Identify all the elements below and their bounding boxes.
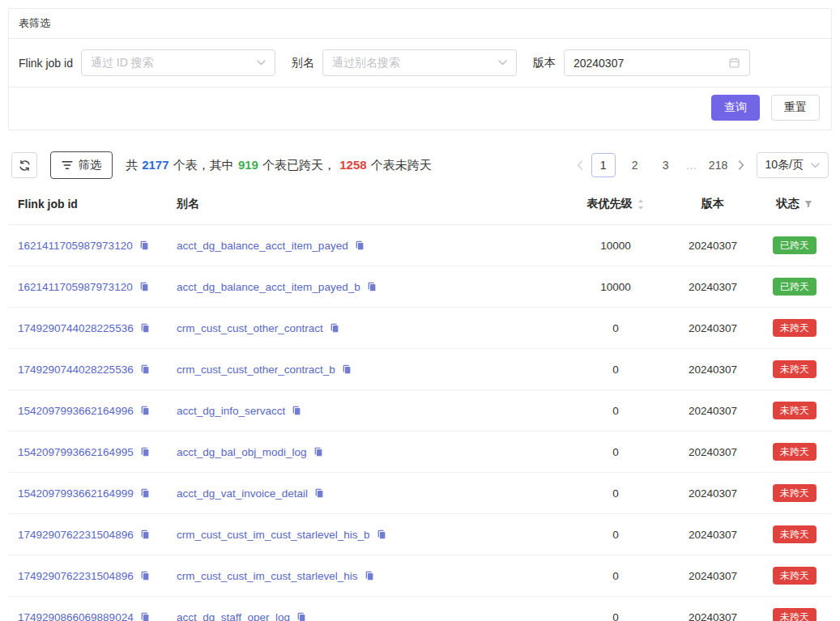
copy-icon[interactable] <box>139 405 151 416</box>
alias-link[interactable]: acct_dg_vat_invoice_detail <box>177 487 308 500</box>
pagination-page-2[interactable]: 2 <box>624 154 646 177</box>
copy-icon[interactable] <box>139 322 151 334</box>
refresh-button[interactable] <box>11 152 37 178</box>
summary-count-green: 919 <box>238 158 258 172</box>
alias-cell: crm_cust_cust_im_cust_starlevel_his_b <box>167 514 563 555</box>
alias-link[interactable]: crm_cust_cust_other_contract_b <box>177 364 335 376</box>
priority-cell: 0 <box>563 390 668 432</box>
alias-link[interactable]: crm_cust_cust_im_cust_starlevel_his <box>177 570 358 582</box>
status-badge: 未跨天 <box>773 525 817 543</box>
table-row: 1542097993662164996 acct_dg_info_servacc… <box>8 390 832 432</box>
filter-icon[interactable] <box>804 199 813 209</box>
copy-icon[interactable] <box>291 405 302 416</box>
version-cell: 20240307 <box>668 308 757 349</box>
page-size-select[interactable]: 10条/页 <box>757 152 829 178</box>
pagination-page-1[interactable]: 1 <box>591 153 616 177</box>
job-id-link[interactable]: 1542097993662164995 <box>18 446 134 458</box>
copy-icon[interactable] <box>139 487 151 499</box>
copy-icon[interactable] <box>364 570 375 581</box>
priority-cell: 0 <box>563 514 668 555</box>
status-cell: 已跨天 <box>757 225 832 266</box>
pagination-top: 123…21810条/页 <box>573 152 829 178</box>
copy-icon[interactable] <box>296 611 307 621</box>
alias-link[interactable]: acct_dg_staff_oper_log <box>177 611 290 621</box>
job-id-link[interactable]: 1542097993662164999 <box>18 487 134 500</box>
copy-icon[interactable] <box>139 364 151 375</box>
copy-icon[interactable] <box>139 611 151 621</box>
job-id-link[interactable]: 1749290762231504896 <box>18 529 134 541</box>
alias-link[interactable]: crm_cust_cust_other_contract <box>177 322 323 334</box>
job-id-link[interactable]: 1749290866069889024 <box>18 611 134 621</box>
alias-link[interactable]: acct_dg_balance_acct_item_payed <box>177 240 348 252</box>
copy-icon[interactable] <box>313 487 325 499</box>
job-id-link[interactable]: 1542097993662164996 <box>18 405 134 417</box>
alias-cell: acct_dg_staff_oper_log <box>167 597 563 621</box>
copy-icon[interactable] <box>139 240 150 251</box>
summary-count-blue: 2177 <box>142 158 168 172</box>
copy-icon[interactable] <box>354 240 365 251</box>
pagination-ellipsis: … <box>686 159 698 172</box>
alias-link[interactable]: acct_dg_info_servacct <box>177 405 285 417</box>
copy-icon[interactable] <box>139 281 150 292</box>
status-badge: 未跨天 <box>773 443 817 461</box>
copy-icon[interactable] <box>366 281 377 292</box>
copy-icon[interactable] <box>341 364 352 375</box>
alias-link[interactable]: acct_dg_bal_obj_modi_log <box>177 446 307 458</box>
priority-cell: 0 <box>563 349 668 390</box>
filter-lines-icon <box>62 160 73 170</box>
copy-icon[interactable] <box>313 446 324 457</box>
job-id-link[interactable]: 1621411705987973120 <box>18 281 133 293</box>
priority-cell: 0 <box>563 473 668 514</box>
column-header-flink-job-id: Flink job id <box>8 190 167 225</box>
calendar-icon <box>728 57 740 69</box>
search-button[interactable]: 查询 <box>711 95 760 121</box>
job-id-cell: 1621411705987973120 <box>8 266 167 308</box>
job-id-link[interactable]: 1749290744028225536 <box>18 364 134 376</box>
copy-icon[interactable] <box>139 529 151 540</box>
job-id-link[interactable]: 1749290744028225536 <box>18 322 134 334</box>
job-id-cell: 1749290762231504896 <box>8 514 167 555</box>
column-header-version: 版本 <box>668 190 757 225</box>
priority-cell: 0 <box>563 308 668 349</box>
alias-cell: crm_cust_cust_other_contract_b <box>167 349 563 390</box>
version-date-input[interactable]: 20240307 <box>564 49 750 76</box>
copy-icon[interactable] <box>329 322 340 334</box>
alias-select[interactable]: 通过别名搜索 <box>322 49 517 76</box>
job-id-link[interactable]: 1749290762231504896 <box>18 570 134 582</box>
version-cell: 20240307 <box>668 597 757 621</box>
chevron-down-icon <box>257 60 266 66</box>
status-cell: 已跨天 <box>757 266 832 308</box>
alias-link[interactable]: crm_cust_cust_im_cust_starlevel_his_b <box>177 529 370 541</box>
alias-cell: acct_dg_vat_invoice_detail <box>167 473 563 514</box>
pagination-prev[interactable] <box>577 160 583 170</box>
flink-job-id-placeholder: 通过 ID 搜索 <box>91 56 154 70</box>
flink-job-id-label: Flink job id <box>19 57 73 70</box>
pagination-next[interactable] <box>738 160 744 170</box>
pagination-page-3[interactable]: 3 <box>655 154 677 177</box>
priority-cell: 0 <box>563 432 668 473</box>
summary-text: 共 2177 个表，其中 919 个表已跨天， 1258 个表未跨天 <box>126 158 432 173</box>
table-row: 1749290762231504896 crm_cust_cust_im_cus… <box>8 514 832 555</box>
job-id-cell: 1542097993662164995 <box>8 432 167 473</box>
flink-job-id-select[interactable]: 通过 ID 搜索 <box>81 49 275 76</box>
job-id-link[interactable]: 1621411705987973120 <box>18 240 133 252</box>
page: 表筛选 Flink job id 通过 ID 搜索 别名 通过别名搜索 <box>0 0 840 621</box>
chevron-down-icon <box>498 60 507 66</box>
copy-icon[interactable] <box>139 446 151 457</box>
sort-icon[interactable] <box>637 198 645 211</box>
alias-link[interactable]: acct_dg_balance_acct_item_payed_b <box>177 281 360 293</box>
copy-icon[interactable] <box>139 570 151 581</box>
page-size-label: 10条/页 <box>765 158 804 172</box>
pagination-page-218[interactable]: 218 <box>707 154 730 177</box>
job-id-cell: 1749290744028225536 <box>8 308 167 349</box>
reset-button[interactable]: 重置 <box>771 95 820 121</box>
job-id-cell: 1749290762231504896 <box>8 555 167 597</box>
version-cell: 20240307 <box>668 473 757 514</box>
filter-toggle-button[interactable]: 筛选 <box>50 151 113 179</box>
column-header-alias: 别名 <box>167 190 563 225</box>
toolbar: 筛选 共 2177 个表，其中 919 个表已跨天， 1258 个表未跨天 12… <box>8 151 832 179</box>
table-row: 1749290744028225536 crm_cust_cust_other_… <box>8 308 832 349</box>
summary-segment: 共 <box>126 158 141 172</box>
status-cell: 未跨天 <box>757 308 832 349</box>
copy-icon[interactable] <box>376 529 387 540</box>
